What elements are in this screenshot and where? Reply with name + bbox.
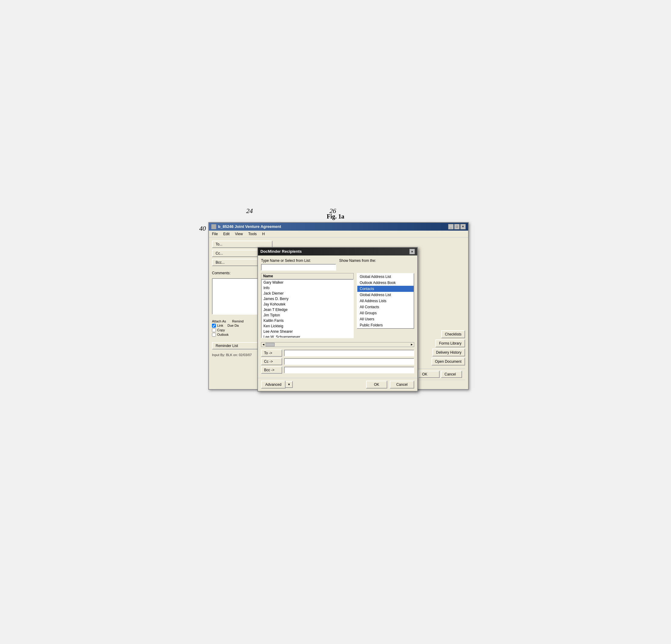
annotation-24: 24 <box>246 207 253 215</box>
dropdown-item-all-groups[interactable]: All Groups <box>357 310 414 316</box>
open-document-button[interactable]: Open Document <box>431 358 465 366</box>
app-icon <box>211 224 216 229</box>
advanced-button-group: Advanced ▼ <box>261 381 293 388</box>
dialog-search-row: Type Name or Select from List: Show Name… <box>261 259 414 271</box>
dropdown-item-global-address-list-top[interactable]: Global Address List <box>357 274 414 280</box>
contacts-list[interactable]: Gary Walker Info Jack Diemer James D. Be… <box>261 279 354 338</box>
main-window-title: b_85246 Joint Venture Agreement <box>218 224 281 229</box>
bcc-recipient-button[interactable]: Bcc -> <box>261 367 282 374</box>
main-menubar: File Edit View Tools H <box>209 231 468 238</box>
dialog-titlebar: DocMinder Recipients × <box>258 248 417 256</box>
main-titlebar-left: b_85246 Joint Venture Agreement <box>211 224 281 229</box>
checklists-button[interactable]: Checklists <box>441 330 465 338</box>
dialog-footer: Advanced ▼ OK Cancel <box>258 378 417 391</box>
ok-button[interactable]: OK <box>418 371 440 378</box>
type-name-input[interactable] <box>261 264 336 271</box>
address-book-dropdown-menu[interactable]: Global Address List Outlook Address Book… <box>357 273 414 329</box>
main-titlebar: b_85246 Joint Venture Agreement _ □ × <box>209 223 468 231</box>
menu-edit[interactable]: Edit <box>222 231 231 237</box>
name-column-header: Name <box>263 274 273 278</box>
dialog-ok-button[interactable]: OK <box>366 381 387 388</box>
dialog-ok-cancel: OK Cancel <box>366 381 414 388</box>
advanced-dropdown-arrow[interactable]: ▼ <box>286 381 293 388</box>
dialog-cancel-button[interactable]: Cancel <box>390 381 414 388</box>
horizontal-scrollbar[interactable]: ◄ ► <box>261 342 414 347</box>
list-item[interactable]: James D. Berry <box>262 296 353 301</box>
close-button[interactable]: × <box>460 224 466 230</box>
dialog-title: DocMinder Recipients <box>261 249 302 253</box>
list-item[interactable]: Kaitlin Farris <box>262 318 353 323</box>
dropdown-item-all-users[interactable]: All Users <box>357 316 414 322</box>
annotation-26: 26 <box>329 207 336 215</box>
list-item[interactable]: Jay Kohoutek <box>262 301 353 307</box>
to-recipient-row: To -> <box>261 349 414 357</box>
list-item[interactable]: Ken Lickteig <box>262 323 353 329</box>
copy-checkbox[interactable] <box>212 328 216 332</box>
list-item[interactable]: Jack Diemer <box>262 290 353 296</box>
cc-recipient-row: Cc -> <box>261 358 414 365</box>
minimize-button[interactable]: _ <box>448 224 454 230</box>
to-recipient-input[interactable] <box>284 350 414 356</box>
attach-as-label: Attach As <box>212 319 226 323</box>
name-list-col: Name Gary Walker Info Jack Diemer James … <box>261 273 354 340</box>
type-name-label: Type Name or Select from List: <box>261 259 336 263</box>
forms-library-button[interactable]: Forms Library <box>435 339 465 347</box>
due-date-label: Due Da <box>227 324 239 327</box>
dialog-close-button[interactable]: × <box>409 249 415 254</box>
type-name-col: Type Name or Select from List: <box>261 259 336 271</box>
outlook-checkbox[interactable] <box>212 333 216 337</box>
name-and-dropdown-area: Name Gary Walker Info Jack Diemer James … <box>261 273 414 340</box>
menu-file[interactable]: File <box>211 231 219 237</box>
dropdown-item-public-folders[interactable]: Public Folders <box>357 322 414 328</box>
annotation-40: 40 <box>199 225 206 233</box>
dropdown-item-all-contacts[interactable]: All Contacts <box>357 304 414 310</box>
list-item[interactable]: Gary Walker <box>262 280 353 285</box>
list-item[interactable]: Jean T Elledge <box>262 307 353 312</box>
bcc-recipient-input[interactable] <box>284 367 414 373</box>
link-label: Link <box>217 324 223 327</box>
advanced-button[interactable]: Advanced <box>261 381 286 388</box>
menu-h[interactable]: H <box>261 231 266 237</box>
cancel-button[interactable]: Cancel <box>441 371 462 378</box>
main-window: b_85246 Joint Venture Agreement _ □ × Fi… <box>208 222 469 390</box>
cc-recipient-input[interactable] <box>284 358 414 365</box>
address-book-dropdown-col: Global Address List Outlook Address Book… <box>357 273 414 340</box>
link-checkbox[interactable] <box>212 324 216 327</box>
titlebar-buttons: _ □ × <box>448 224 466 230</box>
delivery-history-button[interactable]: Delivery History <box>432 348 465 356</box>
maximize-button[interactable]: □ <box>454 224 460 230</box>
dialog-body: Type Name or Select from List: Show Name… <box>258 256 417 378</box>
menu-tools[interactable]: Tools <box>247 231 258 237</box>
dropdown-item-outlook-address-book[interactable]: Outlook Address Book <box>357 280 414 286</box>
list-item[interactable]: Lee W. Schuenemeyer <box>262 334 353 338</box>
bcc-recipient-row: Bcc -> <box>261 367 414 374</box>
outlook-label: Outlook <box>217 333 229 336</box>
to-recipient-button[interactable]: To -> <box>261 349 282 357</box>
dropdown-item-contacts[interactable]: Contacts <box>357 286 414 292</box>
menu-view[interactable]: View <box>234 231 244 237</box>
list-item[interactable]: Info <box>262 285 353 290</box>
show-names-label: Show Names from the: <box>339 259 414 263</box>
list-item[interactable]: Lee Anne Shearer <box>262 329 353 334</box>
show-names-col: Show Names from the: <box>339 259 414 271</box>
copy-label: Copy <box>217 328 225 332</box>
remind-label: Remind <box>232 319 243 323</box>
docminder-dialog: DocMinder Recipients × Type Name or Sele… <box>257 247 418 392</box>
dropdown-item-global-address-list[interactable]: Global Address List <box>357 292 414 298</box>
dropdown-item-all-address-lists[interactable]: All Address Lists <box>357 298 414 304</box>
list-item[interactable]: Jim Tipton <box>262 312 353 318</box>
cc-recipient-button[interactable]: Cc -> <box>261 358 282 365</box>
